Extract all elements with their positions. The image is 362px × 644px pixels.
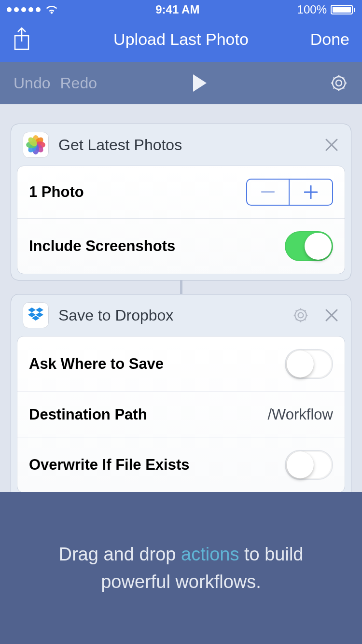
svg-rect-3 [261, 191, 275, 193]
play-icon[interactable] [188, 72, 209, 94]
tip-text: Drag and drop actions to build powerful … [29, 541, 333, 596]
destination-path-row[interactable]: Destination Path /Workflow [17, 392, 345, 437]
page-title: Upload Last Photo [56, 30, 306, 49]
gear-icon[interactable] [292, 307, 309, 324]
ask-where-label: Ask Where to Save [29, 355, 164, 373]
done-button[interactable]: Done [306, 30, 349, 49]
action-connector [180, 280, 182, 294]
card-title: Get Latest Photos [58, 136, 314, 154]
share-icon[interactable] [13, 27, 31, 51]
tip-overlay: Drag and drop actions to build powerful … [0, 492, 362, 644]
include-screenshots-toggle[interactable] [285, 231, 333, 261]
photos-icon [23, 132, 49, 158]
overwrite-row: Overwrite If File Exists [17, 437, 345, 492]
status-bar: 9:41 AM 100% [0, 0, 362, 19]
status-time: 9:41 AM [155, 3, 199, 16]
overwrite-toggle[interactable] [285, 450, 333, 480]
quantity-stepper[interactable] [246, 179, 333, 206]
include-screenshots-label: Include Screenshots [29, 238, 175, 255]
photo-count-row: 1 Photo [17, 166, 345, 218]
destination-path-label: Destination Path [29, 406, 147, 423]
overwrite-label: Overwrite If File Exists [29, 456, 190, 474]
tip-pre: Drag and drop [59, 544, 181, 564]
gear-icon[interactable] [329, 73, 348, 93]
destination-path-value: /Workflow [267, 406, 333, 423]
status-left [7, 5, 58, 14]
ask-where-row: Ask Where to Save [17, 336, 345, 392]
undo-button[interactable]: Undo [14, 74, 51, 92]
signal-strength-icon [7, 7, 41, 12]
svg-point-2 [333, 77, 345, 89]
card-title: Save to Dropbox [58, 307, 282, 324]
dropbox-icon [23, 302, 49, 328]
include-screenshots-row: Include Screenshots [17, 218, 345, 274]
battery-icon [331, 5, 355, 14]
battery-text: 100% [297, 3, 327, 16]
close-icon[interactable] [324, 137, 339, 153]
plus-icon[interactable] [290, 180, 332, 205]
status-right: 100% [297, 3, 355, 16]
action-card-get-latest-photos[interactable]: Get Latest Photos 1 Photo [11, 124, 351, 280]
close-icon[interactable] [324, 308, 339, 323]
nav-bar: Upload Last Photo Done [0, 19, 362, 62]
svg-point-4 [298, 313, 304, 318]
minus-icon[interactable] [247, 180, 290, 205]
toolbar: Undo Redo [0, 62, 362, 104]
svg-point-1 [336, 80, 342, 86]
svg-point-5 [295, 309, 306, 321]
ask-where-toggle[interactable] [285, 349, 333, 379]
wifi-icon [45, 5, 58, 14]
photo-count-label: 1 Photo [29, 183, 84, 201]
tip-accent: actions [181, 544, 239, 564]
action-card-save-to-dropbox[interactable]: Save to Dropbox Ask Where to Save [11, 294, 351, 499]
